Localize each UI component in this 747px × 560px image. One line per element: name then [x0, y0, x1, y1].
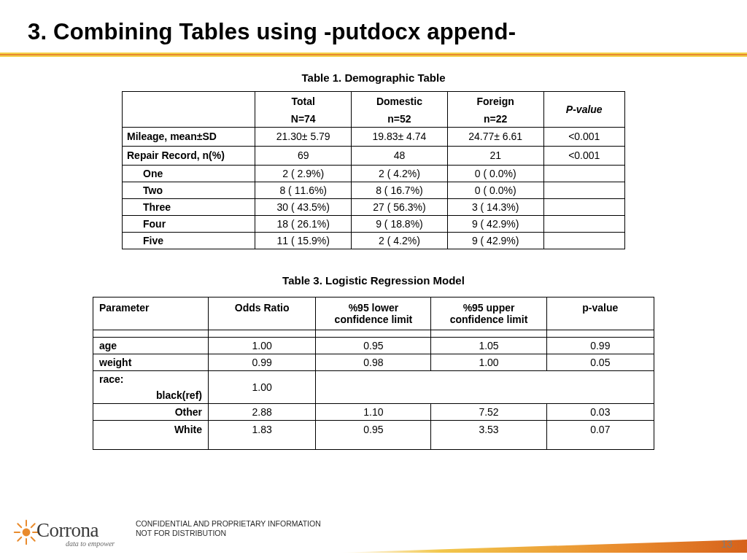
cell: 7.52	[431, 403, 546, 420]
table3-row-age: age 1.00 0.95 1.05 0.99	[93, 337, 654, 354]
table3-header: Parameter Odds Ratio %95 lower confidenc…	[93, 297, 654, 330]
cell: 0.03	[546, 403, 654, 420]
page-number: 13	[721, 538, 732, 550]
cell: 1.10	[316, 403, 431, 420]
col-ci-upper-sub: confidence limit	[450, 314, 528, 325]
cell: 3 ( 14.3%)	[447, 198, 543, 215]
cell: 8 ( 11.6%)	[255, 182, 352, 198]
col-total-top: Total	[255, 92, 352, 111]
brand-tagline: data to empower	[66, 540, 115, 548]
cell: 9 ( 42.9%)	[447, 232, 543, 249]
cell: 3.53	[431, 420, 546, 449]
svg-line-8	[18, 537, 21, 541]
table1-caption: Table 1. Demographic Table	[44, 71, 703, 84]
cell: 0.99	[208, 354, 315, 370]
col-domestic-sub: n=52	[352, 111, 448, 128]
cell: 1.83	[208, 420, 315, 449]
confidential-line1: CONFIDENTIAL AND PROPRIETARY INFORMATION	[136, 519, 321, 528]
cell: 0.95	[316, 420, 431, 449]
col-foreign-sub: n=22	[447, 111, 543, 128]
sun-icon	[13, 519, 39, 545]
cell-label: Other	[93, 403, 209, 420]
cell-label: Five	[123, 232, 255, 249]
col-ci-lower-sub: confidence limit	[335, 314, 413, 325]
cell: 18 ( 26.1%)	[255, 215, 352, 232]
cell: 0.07	[546, 420, 654, 449]
col-parameter: Parameter	[93, 297, 209, 330]
slide: 3. Combining Tables using -putdocx appen…	[0, 0, 747, 560]
cell: 11 ( 15.9%)	[255, 232, 352, 249]
accent-wedge	[338, 540, 747, 553]
cell: 9 ( 18.8%)	[352, 215, 448, 232]
col-ci-lower-top: %95 lower	[349, 302, 398, 314]
cell-label: One	[123, 165, 255, 182]
svg-line-6	[31, 537, 35, 541]
table3: Parameter Odds Ratio %95 lower confidenc…	[93, 297, 654, 450]
cell: 2 ( 4.2%)	[352, 232, 448, 249]
table3-row-race: race: 1.00	[93, 370, 654, 387]
svg-line-5	[18, 524, 21, 527]
table1-row-mileage: Mileage, mean±SD 21.30± 5.79 19.83± 4.74…	[123, 127, 625, 146]
cell: 24.77± 6.61	[447, 127, 543, 146]
cell: 69	[255, 146, 352, 165]
cell: 8 ( 16.7%)	[352, 182, 448, 198]
cell: 0.95	[316, 337, 431, 354]
cell: 0 ( 0.0%)	[447, 165, 543, 182]
confidential-line2: NOT FOR DISTRIBUTION	[136, 529, 226, 537]
cell-label: age	[93, 337, 209, 354]
cell: 21	[447, 146, 543, 165]
table3-row-weight: weight 0.99 0.98 1.00 0.05	[93, 354, 654, 370]
table3-row-white: White 1.83 0.95 3.53 0.07	[93, 420, 654, 449]
table3-spacer	[93, 330, 654, 337]
cell: 2 ( 2.9%)	[255, 165, 352, 182]
cell	[543, 165, 624, 182]
col-total-sub: N=74	[255, 111, 352, 128]
col-domestic-top: Domestic	[352, 92, 448, 111]
cell-merged-blank	[316, 370, 654, 403]
col-foreign-top: Foreign	[447, 92, 543, 111]
cell-label: Three	[123, 198, 255, 215]
svg-point-0	[23, 529, 31, 537]
cell: 1.05	[431, 337, 546, 354]
cell-label: Four	[123, 215, 255, 232]
cell: 1.00	[431, 354, 546, 370]
brand-name: Corrona	[36, 519, 98, 542]
cell: 30 ( 43.5%)	[255, 198, 352, 215]
cell: 2.88	[208, 403, 315, 420]
col-pvalue: P-value	[543, 92, 624, 128]
table3-caption: Table 3. Logistic Regression Model	[44, 274, 703, 287]
cell: 0.98	[316, 354, 431, 370]
svg-line-7	[31, 524, 35, 527]
cell-label: Two	[123, 182, 255, 198]
confidential-notice: CONFIDENTIAL AND PROPRIETARY INFORMATION…	[136, 519, 321, 538]
table1-row-three: Three 30 ( 43.5%) 27 ( 56.3%) 3 ( 14.3%)	[123, 198, 625, 215]
cell	[543, 182, 624, 198]
cell-label: weight	[93, 354, 209, 370]
col-blank	[123, 92, 255, 128]
cell: 2 ( 4.2%)	[352, 165, 448, 182]
cell: 0 ( 0.0%)	[447, 182, 543, 198]
cell	[543, 232, 624, 249]
content-area: Table 1. Demographic Table Total Domesti…	[0, 57, 747, 450]
cell: <0.001	[543, 146, 624, 165]
cell: 21.30± 5.79	[255, 127, 352, 146]
cell-label: White	[93, 420, 209, 449]
cell	[543, 198, 624, 215]
col-ci-upper-top: %95 upper	[463, 302, 515, 314]
cell-label: Mileage, mean±SD	[123, 127, 255, 146]
cell-label: Repair Record, n(%)	[123, 146, 255, 165]
cell: <0.001	[543, 127, 624, 146]
table1-row-one: One 2 ( 2.9%) 2 ( 4.2%) 0 ( 0.0%)	[123, 165, 625, 182]
cell-label: race:	[93, 370, 209, 387]
cell: 9 ( 42.9%)	[447, 215, 543, 232]
col-pvalue: p-value	[546, 297, 654, 330]
cell-label: black(ref)	[93, 387, 209, 404]
table1-row-five: Five 11 ( 15.9%) 2 ( 4.2%) 9 ( 42.9%)	[123, 232, 625, 249]
slide-title: 3. Combining Tables using -putdocx appen…	[0, 0, 747, 52]
cell: 48	[352, 146, 448, 165]
col-oddsratio: Odds Ratio	[208, 297, 315, 330]
brand-logo: Corrona data to empower	[13, 516, 130, 550]
table1-row-repair: Repair Record, n(%) 69 48 21 <0.001	[123, 146, 625, 165]
table1-header: Total Domestic Foreign P-value	[123, 92, 625, 111]
cell: 27 ( 56.3%)	[352, 198, 448, 215]
